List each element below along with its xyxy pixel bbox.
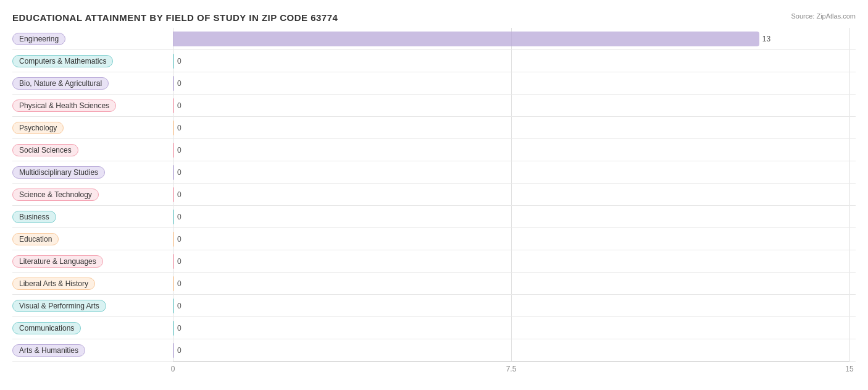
bar-row: Physical & Health Sciences0	[12, 95, 856, 117]
bar-row: Social Sciences0	[12, 139, 856, 161]
bar-value-label: 0	[177, 101, 182, 110]
bar-fill	[173, 187, 174, 202]
bar-row: Arts & Humanities0	[12, 339, 856, 362]
bar-value-label: 0	[177, 168, 182, 177]
bar-label: Physical & Health Sciences	[12, 100, 116, 112]
chart-container: EDUCATIONAL ATTAINMENT BY FIELD OF STUDY…	[0, 0, 868, 390]
bar-label: Literature & Languages	[12, 255, 103, 268]
bar-value-label: 13	[762, 35, 770, 43]
bar-row: Computers & Mathematics0	[12, 50, 856, 72]
bar-row: Engineering13	[12, 28, 856, 50]
bar-row: Communications0	[12, 317, 856, 339]
bar-fill	[173, 254, 174, 269]
bars-wrapper: Engineering13Computers & Mathematics0Bio…	[12, 28, 856, 362]
bar-value-label: 0	[177, 79, 182, 88]
bar-fill	[173, 54, 174, 69]
bar-fill	[173, 165, 174, 180]
bar-label: Science & Technology	[12, 189, 99, 201]
bar-fill	[173, 321, 174, 336]
bar-row: Science & Technology0	[12, 184, 856, 206]
bar-label: Engineering	[12, 33, 65, 45]
bar-value-label: 0	[177, 257, 182, 266]
bar-row: Education0	[12, 228, 856, 250]
bar-label: Psychology	[12, 122, 64, 134]
x-axis: 07.515	[173, 362, 849, 374]
bar-value-label: 0	[177, 124, 182, 132]
bar-fill	[173, 98, 174, 113]
bar-label: Social Sciences	[12, 144, 78, 156]
bar-fill	[173, 76, 174, 91]
bar-value-label: 0	[177, 213, 182, 221]
bar-fill	[173, 210, 174, 224]
bar-row: Psychology0	[12, 117, 856, 139]
bar-row: Multidisciplinary Studies0	[12, 161, 856, 184]
bar-fill	[173, 299, 174, 313]
bar-label: Computers & Mathematics	[12, 55, 113, 67]
bar-row: Visual & Performing Arts0	[12, 295, 856, 317]
bar-fill	[173, 121, 174, 135]
bar-row: Bio, Nature & Agricultural0	[12, 72, 856, 95]
bar-value-label: 0	[177, 235, 182, 244]
bar-row: Liberal Arts & History0	[12, 273, 856, 295]
bar-fill	[173, 276, 174, 291]
bar-value-label: 0	[177, 146, 182, 155]
chart-title: EDUCATIONAL ATTAINMENT BY FIELD OF STUDY…	[12, 12, 856, 23]
bar-label: Bio, Nature & Agricultural	[12, 77, 109, 90]
bar-label: Visual & Performing Arts	[12, 300, 106, 312]
bar-label: Arts & Humanities	[12, 344, 85, 357]
x-tick-label: 15	[845, 365, 853, 373]
bar-label: Education	[12, 233, 59, 245]
bar-label: Communications	[12, 322, 81, 334]
bar-label: Liberal Arts & History	[12, 278, 95, 290]
bar-value-label: 0	[177, 302, 182, 310]
bar-row: Literature & Languages0	[12, 250, 856, 273]
bar-fill	[173, 343, 174, 358]
chart-area: Engineering13Computers & Mathematics0Bio…	[12, 28, 856, 374]
x-tick-label: 0	[171, 365, 175, 373]
x-tick-label: 7.5	[506, 365, 517, 373]
bar-value-label: 0	[177, 57, 182, 66]
bar-label: Multidisciplinary Studies	[12, 166, 105, 179]
bar-fill	[173, 32, 759, 46]
bar-value-label: 0	[177, 346, 182, 355]
bar-fill	[173, 143, 174, 158]
bar-value-label: 0	[177, 324, 182, 333]
source-text: Source: ZipAtlas.com	[791, 12, 856, 20]
bar-fill	[173, 232, 174, 247]
bar-row: Business0	[12, 206, 856, 228]
bar-label: Business	[12, 211, 56, 223]
bar-value-label: 0	[177, 279, 182, 288]
bar-value-label: 0	[177, 190, 182, 199]
